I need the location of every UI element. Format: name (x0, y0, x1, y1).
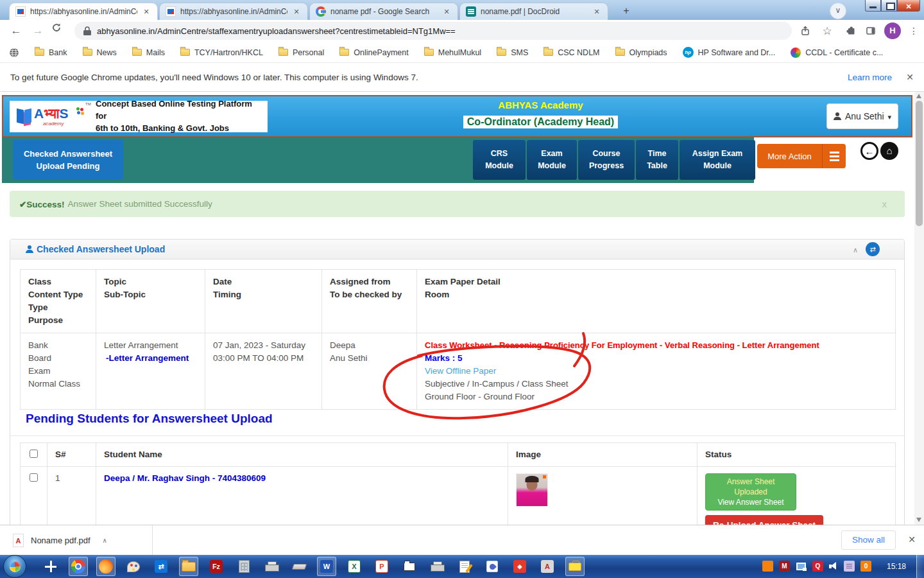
adobe-tray-icon[interactable]: M (779, 561, 790, 572)
bookmark-item-mehulmukul[interactable]: MehulMukul (424, 48, 481, 57)
bookmark-item-mails[interactable]: Mails (132, 48, 165, 57)
extensions-icon[interactable] (843, 23, 859, 39)
bookmark-item-news[interactable]: News (83, 48, 117, 57)
scroll-down-arrow[interactable] (916, 518, 921, 522)
drop-app-icon[interactable] (483, 557, 502, 576)
share-icon[interactable] (798, 23, 813, 39)
exam-module-button[interactable]: Exam Module (527, 140, 577, 180)
browser-tab-4[interactable]: noname.pdf | DocDroid (459, 3, 608, 20)
word-icon[interactable]: W (317, 557, 336, 576)
notice-close-icon[interactable] (906, 72, 914, 82)
time-table-button[interactable]: Time Table (636, 140, 678, 180)
bookmark-item-ccdl[interactable]: CCDL - Certificate c... (791, 48, 883, 58)
tab-close-icon[interactable] (291, 6, 302, 17)
bookmark-item-personal[interactable]: Personal (278, 48, 324, 57)
select-all-checkbox[interactable] (30, 450, 38, 458)
red-diamond-app-icon[interactable] (510, 557, 529, 576)
page-back-icon[interactable] (860, 142, 878, 160)
yellow-app-icon[interactable] (565, 557, 585, 576)
scrollbar-thumb[interactable] (916, 101, 923, 226)
quickheal-tray-icon[interactable]: Q (812, 561, 823, 572)
bookmark-item-tcy[interactable]: TCY/Hartron/HKCL (180, 48, 263, 57)
show-all-button[interactable]: Show all (841, 530, 896, 550)
notes-tray-icon[interactable] (844, 561, 855, 572)
chevron-down-icon (888, 111, 892, 121)
checked-answersheet-panel: Checked Answersheet Upload ClassContent … (10, 239, 905, 525)
student-name-link[interactable]: Deepa / Mr. Raghav Singh - 7404380609 (96, 467, 508, 525)
new-tab-button[interactable] (617, 4, 635, 18)
crs-module-button[interactable]: CRS Module (473, 140, 526, 180)
taskbar-clock[interactable]: 15:18 (887, 562, 906, 571)
chrome-icon[interactable] (69, 557, 88, 576)
user-menu-button[interactable]: Anu Sethi (826, 103, 898, 129)
browser-tab-1[interactable]: https://abhyasonline.in/AdminCe (9, 3, 158, 20)
download-item[interactable]: Noname pdf.pdf (8, 529, 148, 552)
scanner-icon[interactable] (289, 557, 309, 576)
course-progress-button[interactable]: Course Progress (578, 140, 635, 180)
excel-icon[interactable]: X (345, 557, 364, 576)
reload-button[interactable] (51, 22, 68, 39)
site-logo[interactable]: Aभ्याS academy TM Concept Based Online T… (10, 101, 268, 132)
calculator-icon[interactable] (234, 557, 253, 576)
folder-bw-icon[interactable] (400, 557, 419, 576)
more-action-button[interactable]: More Action (757, 144, 846, 168)
powerpoint-icon[interactable]: P (372, 557, 391, 576)
printer-icon[interactable] (262, 557, 281, 576)
download-bar-close-icon[interactable] (908, 534, 916, 545)
tab-close-icon[interactable] (141, 6, 151, 17)
paint-icon[interactable] (124, 557, 143, 576)
home-icon[interactable] (880, 142, 898, 160)
panel-header: Checked Answersheet Upload (10, 240, 904, 259)
firefox-icon[interactable] (96, 557, 116, 576)
download-caret-icon[interactable] (103, 537, 107, 544)
address-bar[interactable]: abhyasonline.in/AdminCentre/staffexament… (74, 22, 792, 40)
window-maximize-button[interactable] (881, 0, 897, 12)
assign-exam-module-button[interactable]: Assign Exam Module (680, 140, 755, 180)
volume-tray-icon[interactable] (829, 562, 838, 570)
profile-avatar[interactable]: H (884, 22, 901, 39)
bookmark-star-icon[interactable] (819, 23, 835, 39)
network-tray-icon[interactable] (796, 562, 807, 571)
zero-tray-icon[interactable]: 0 (860, 561, 871, 572)
bookmark-item-sms[interactable]: SMS (497, 48, 528, 57)
bookmark-item-hp[interactable]: HP Software and Dr... (683, 47, 776, 58)
start-button[interactable] (3, 555, 26, 578)
alert-close-button[interactable]: x (882, 198, 887, 209)
notepad-icon[interactable] (455, 557, 474, 576)
view-answer-sheet-button[interactable]: Answer Sheet Uploaded View Answer Sheet (705, 473, 796, 511)
tab-close-icon[interactable] (592, 6, 602, 17)
browser-tab-3[interactable]: noname pdf - Google Search (309, 3, 458, 20)
refresh-arrows-icon[interactable] (866, 242, 880, 256)
scroll-up-arrow[interactable] (916, 94, 921, 98)
titlebar-chevron-icon[interactable] (830, 3, 846, 19)
show-desktop-strip[interactable] (916, 555, 924, 578)
reupload-answer-sheet-button[interactable]: Re-Upload Answer Sheet (705, 515, 823, 525)
bookmark-item-olympiads[interactable]: Olympiads (615, 48, 667, 57)
browser-tab-2[interactable]: https://abhyasonline.in/AdminCe (159, 3, 308, 20)
copier-icon[interactable] (427, 557, 447, 576)
tab-close-icon[interactable] (441, 6, 452, 17)
window-close-button[interactable] (897, 0, 920, 12)
bookmark-item-bank[interactable]: Bank (35, 48, 67, 57)
forward-button[interactable] (30, 22, 46, 39)
move-tool-icon[interactable] (41, 557, 60, 576)
back-button[interactable] (8, 22, 24, 39)
browser-menu-icon[interactable] (907, 23, 920, 39)
student-photo (516, 473, 548, 507)
page-scrollbar[interactable] (914, 92, 924, 525)
explorer-icon[interactable] (179, 557, 198, 576)
filezilla-icon[interactable]: Fz (207, 557, 226, 576)
checked-answersheet-upload-pending-button[interactable]: Checked Answersheet Upload Pending (13, 140, 123, 180)
window-minimize-button[interactable] (865, 0, 881, 12)
bookmark-item-onlinepayment[interactable]: OnlinePayment (339, 48, 408, 57)
collapse-chevron-icon[interactable] (853, 246, 858, 254)
view-offline-paper-link[interactable]: View Offline Paper (425, 365, 887, 378)
teamviewer-icon[interactable] (151, 557, 171, 576)
learn-more-link[interactable]: Learn more (848, 73, 892, 82)
ar-app-icon[interactable]: A (538, 557, 557, 576)
bookmark-item-cscndlm[interactable]: CSC NDLM (543, 48, 599, 57)
bookmark-globe[interactable] (9, 48, 19, 58)
sidebar-icon[interactable] (863, 23, 878, 39)
student-checkbox[interactable] (30, 473, 38, 482)
java-tray-icon[interactable] (762, 561, 773, 572)
